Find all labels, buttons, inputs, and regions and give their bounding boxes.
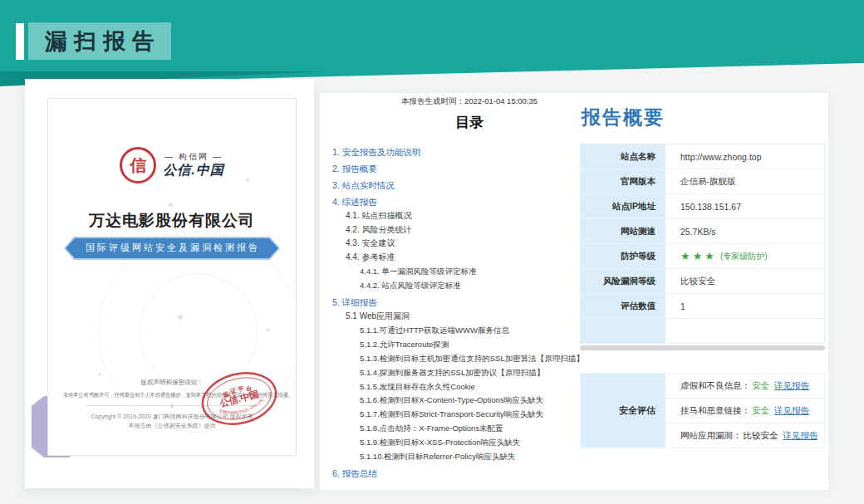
row-label: 评估数值 <box>581 294 665 318</box>
logo-brand-top: — 构信网 — <box>164 152 223 163</box>
eval-status: 安全 <box>752 380 769 392</box>
row-label <box>581 319 665 343</box>
company-name: 万达电影股份有限公司 <box>48 210 296 232</box>
security-evaluation: 安全评估 虚假和不良信息： 安全 详见报告 挂马和恶意链接： 安全 详见报告 网… <box>580 373 825 448</box>
page-title: 漏扫报告 <box>38 27 161 56</box>
toc-item[interactable]: 5. 详细报告 <box>332 296 619 310</box>
row-label: 风险漏洞等级 <box>581 269 665 293</box>
row-label: 防护等级 <box>581 244 665 268</box>
protection-stars: ★★★ <box>680 250 717 262</box>
decor-dot <box>169 203 173 207</box>
row-value: 企信易-旗舰版 <box>665 169 824 193</box>
see-report-link[interactable]: 详见报告 <box>774 380 809 392</box>
toc-item[interactable]: 1. 安全报告及功能说明 <box>332 145 619 159</box>
row-value: 25.7KB/s <box>665 219 824 243</box>
see-report-link[interactable]: 详见报告 <box>783 430 818 442</box>
evaluation-row: 挂马和恶意链接： 安全 详见报告 <box>665 399 824 423</box>
eval-name: 网站应用漏洞： <box>680 430 742 442</box>
table-row: 站点IP地址 150.138.151.67 <box>581 194 824 219</box>
decor-dot <box>178 315 183 320</box>
report-banner: 国际评级网站安全及漏洞检测报告 <box>48 237 296 260</box>
toc-item[interactable]: 4.2. 风险分类统计 <box>346 223 619 237</box>
toc-item[interactable]: 4. 综述报告 <box>332 195 619 209</box>
toc-item[interactable]: 5.1 Web应用漏洞 <box>346 310 619 324</box>
row-value <box>665 319 824 343</box>
toc-item[interactable]: 4.4. 参考标准 <box>346 251 619 265</box>
gongxin-logo: 信 — 构信网 — 公信.中国 <box>48 147 296 183</box>
row-value: 比较安全 <box>665 269 824 293</box>
summary-title: 报告概要 <box>582 105 665 130</box>
row-value: 1 <box>665 294 824 318</box>
eval-status: 安全 <box>752 405 769 417</box>
row-value: 150.138.151.67 <box>665 194 824 218</box>
decor-dot <box>98 373 101 376</box>
eval-status: 比较安全 <box>744 430 778 442</box>
table-of-contents: 1. 安全报告及功能说明 2. 报告概要 3. 站点实时情况 4. 综述报告 4… <box>332 143 619 481</box>
evaluation-row: 网站应用漏洞： 比较安全 详见报告 <box>665 423 824 448</box>
table-row: 防护等级 ★★★ (专家级防护) <box>581 244 824 269</box>
table-row: 风险漏洞等级 比较安全 <box>581 269 824 294</box>
toc-heading: 目录 <box>320 113 619 132</box>
row-label: 站点IP地址 <box>581 194 665 218</box>
row-label: 官网版本 <box>581 169 665 193</box>
toc-item[interactable]: 4.1. 站点扫描概况 <box>346 209 619 223</box>
decor-dot <box>266 328 270 332</box>
certificate-card: 信 — 构信网 — 公信.中国 万达电影股份有限公司 国际评级网站安全及漏洞检测… <box>25 79 314 488</box>
provider-line: 本报告由《公信易安全系统》提供 <box>48 422 296 431</box>
report-summary: 报告概要 站点名称 http://www.zhong.top 官网版本 企信易-… <box>580 93 825 490</box>
table-row: 网站测速 25.7KB/s <box>581 219 824 244</box>
page-title-box: 漏扫报告 <box>28 22 171 60</box>
see-report-link[interactable]: 详见报告 <box>774 405 809 417</box>
row-label: 站点名称 <box>581 144 665 169</box>
table-row: 官网版本 企信易-旗舰版 <box>581 169 824 194</box>
summary-table: 站点名称 http://www.zhong.top 官网版本 企信易-旗舰版 站… <box>580 144 825 344</box>
report-generated-time: 本报告生成时间：2022-01-04 15:00:35 <box>320 96 619 107</box>
toc-item[interactable]: 4.3. 安全建议 <box>346 237 619 251</box>
report-banner-text: 国际评级网站安全及漏洞检测报告 <box>66 238 278 258</box>
eval-name: 挂马和恶意链接： <box>680 405 750 417</box>
certificate-page: 信 — 构信网 — 公信.中国 万达电影股份有限公司 国际评级网站安全及漏洞检测… <box>47 98 297 456</box>
toc-item[interactable]: 2. 报告概要 <box>332 162 619 176</box>
protection-note: (专家级防护) <box>720 251 768 262</box>
toc-item[interactable]: 3. 站点实时情况 <box>332 179 619 193</box>
report-panel: 本报告生成时间：2022-01-04 15:00:35 目录 1. 安全报告及功… <box>320 93 828 490</box>
table-row: 站点名称 http://www.zhong.top <box>581 144 824 169</box>
title-accent-bar <box>16 23 24 60</box>
seal-logo-icon: 信 <box>120 147 156 183</box>
evaluation-label: 安全评估 <box>581 374 665 448</box>
row-label: 网站测速 <box>581 219 665 243</box>
table-row-empty <box>581 319 824 343</box>
row-value: http://www.zhong.top <box>665 144 824 169</box>
row-value: ★★★ (专家级防护) <box>665 244 824 268</box>
table-row: 评估数值 1 <box>581 294 824 319</box>
toc-item[interactable]: 6. 报告总结 <box>332 467 619 481</box>
section-divider-bar <box>580 345 825 350</box>
evaluation-row: 虚假和不良信息： 安全 详见报告 <box>665 374 824 399</box>
logo-brand-main: 公信.中国 <box>163 162 223 179</box>
slide: 漏扫报告 信 — 构信网 — 公信.中国 万达电影股份有限公司 国际评级网站安全… <box>0 0 864 504</box>
eval-name: 虚假和不良信息： <box>680 380 750 392</box>
